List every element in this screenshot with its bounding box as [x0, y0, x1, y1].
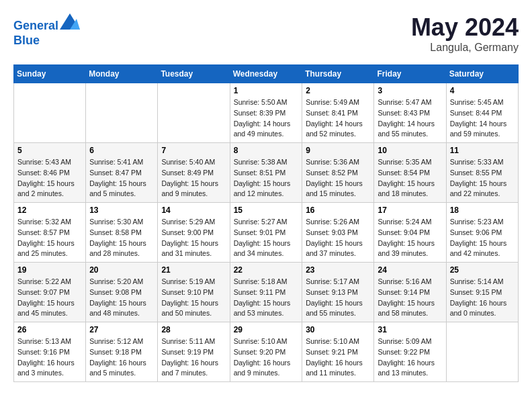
- day-number: 26: [17, 325, 82, 334]
- day-number: 11: [450, 146, 515, 155]
- logo-blue: Blue: [13, 34, 40, 47]
- day-info: Sunrise: 5:16 AMSunset: 9:14 PMDaylight:…: [378, 277, 442, 319]
- calendar-cell: 3Sunrise: 5:47 AMSunset: 8:43 PMDaylight…: [374, 83, 446, 143]
- calendar-week-row: 5Sunrise: 5:43 AMSunset: 8:46 PMDaylight…: [14, 143, 519, 203]
- day-info: Sunrise: 5:49 AMSunset: 8:41 PMDaylight:…: [306, 97, 370, 140]
- day-info: Sunrise: 5:10 AMSunset: 9:21 PMDaylight:…: [306, 336, 370, 379]
- calendar-cell: 22Sunrise: 5:18 AMSunset: 9:11 PMDayligh…: [230, 263, 302, 322]
- day-number: 16: [306, 205, 370, 215]
- calendar-cell: 29Sunrise: 5:10 AMSunset: 9:20 PMDayligh…: [230, 322, 302, 382]
- weekday-header: Wednesday: [230, 65, 302, 83]
- day-number: 30: [306, 325, 370, 334]
- weekday-header-row: SundayMondayTuesdayWednesdayThursdayFrid…: [14, 65, 519, 83]
- calendar-cell: 2Sunrise: 5:49 AMSunset: 8:41 PMDaylight…: [302, 83, 374, 143]
- day-info: Sunrise: 5:35 AMSunset: 8:54 PMDaylight:…: [378, 157, 442, 199]
- location: Langula, Germany: [411, 42, 519, 54]
- logo-icon: [60, 13, 80, 30]
- day-number: 12: [17, 205, 82, 215]
- day-info: Sunrise: 5:12 AMSunset: 9:18 PMDaylight:…: [89, 336, 154, 379]
- day-number: 2: [306, 86, 370, 95]
- page-header: General Blue May 2024 Langula, Germany: [13, 13, 519, 54]
- calendar-cell: 4Sunrise: 5:45 AMSunset: 8:44 PMDaylight…: [446, 83, 518, 143]
- day-number: 21: [161, 265, 226, 275]
- day-number: 19: [17, 265, 82, 275]
- weekday-header: Thursday: [302, 65, 374, 83]
- calendar-cell: 5Sunrise: 5:43 AMSunset: 8:46 PMDaylight…: [14, 143, 86, 203]
- day-number: 5: [17, 146, 82, 155]
- calendar-cell: 20Sunrise: 5:20 AMSunset: 9:08 PMDayligh…: [86, 263, 158, 322]
- day-info: Sunrise: 5:40 AMSunset: 8:49 PMDaylight:…: [161, 157, 226, 199]
- weekday-header: Monday: [86, 65, 158, 83]
- day-number: 1: [234, 86, 299, 95]
- day-info: Sunrise: 5:23 AMSunset: 9:06 PMDaylight:…: [450, 217, 515, 259]
- weekday-header: Tuesday: [158, 65, 230, 83]
- day-info: Sunrise: 5:45 AMSunset: 8:44 PMDaylight:…: [450, 97, 515, 140]
- day-info: Sunrise: 5:30 AMSunset: 8:58 PMDaylight:…: [89, 217, 154, 259]
- weekday-header: Sunday: [14, 65, 86, 83]
- day-info: Sunrise: 5:19 AMSunset: 9:10 PMDaylight:…: [161, 277, 226, 319]
- logo-text: General Blue: [13, 13, 80, 48]
- calendar-cell: 23Sunrise: 5:17 AMSunset: 9:13 PMDayligh…: [302, 263, 374, 322]
- calendar-cell: 31Sunrise: 5:09 AMSunset: 9:22 PMDayligh…: [374, 322, 446, 382]
- day-number: 28: [161, 325, 226, 334]
- day-info: Sunrise: 5:32 AMSunset: 8:57 PMDaylight:…: [17, 217, 82, 259]
- day-info: Sunrise: 5:27 AMSunset: 9:01 PMDaylight:…: [234, 217, 299, 259]
- calendar-week-row: 1Sunrise: 5:50 AMSunset: 8:39 PMDaylight…: [14, 83, 519, 143]
- day-number: 9: [306, 146, 370, 155]
- day-number: 10: [378, 146, 442, 155]
- calendar-week-row: 19Sunrise: 5:22 AMSunset: 9:07 PMDayligh…: [14, 263, 519, 322]
- day-info: Sunrise: 5:26 AMSunset: 9:03 PMDaylight:…: [306, 217, 370, 259]
- day-number: 7: [161, 146, 226, 155]
- calendar-table: SundayMondayTuesdayWednesdayThursdayFrid…: [13, 64, 519, 382]
- day-info: Sunrise: 5:14 AMSunset: 9:15 PMDaylight:…: [450, 277, 515, 319]
- calendar-cell: 18Sunrise: 5:23 AMSunset: 9:06 PMDayligh…: [446, 203, 518, 263]
- calendar-cell: 7Sunrise: 5:40 AMSunset: 8:49 PMDaylight…: [158, 143, 230, 203]
- day-info: Sunrise: 5:29 AMSunset: 9:00 PMDaylight:…: [161, 217, 226, 259]
- day-number: 3: [378, 86, 442, 95]
- calendar-cell: 13Sunrise: 5:30 AMSunset: 8:58 PMDayligh…: [86, 203, 158, 263]
- day-number: 22: [234, 265, 299, 275]
- day-number: 13: [89, 205, 154, 215]
- calendar-cell: 6Sunrise: 5:41 AMSunset: 8:47 PMDaylight…: [86, 143, 158, 203]
- weekday-header: Saturday: [446, 65, 518, 83]
- day-number: 31: [378, 325, 442, 334]
- title-block: May 2024 Langula, Germany: [411, 13, 519, 54]
- day-info: Sunrise: 5:43 AMSunset: 8:46 PMDaylight:…: [17, 157, 82, 199]
- calendar-cell: [14, 83, 86, 143]
- day-info: Sunrise: 5:11 AMSunset: 9:19 PMDaylight:…: [161, 336, 226, 379]
- day-info: Sunrise: 5:50 AMSunset: 8:39 PMDaylight:…: [234, 97, 299, 140]
- day-info: Sunrise: 5:13 AMSunset: 9:16 PMDaylight:…: [17, 336, 82, 379]
- day-info: Sunrise: 5:09 AMSunset: 9:22 PMDaylight:…: [378, 336, 442, 379]
- calendar-cell: 24Sunrise: 5:16 AMSunset: 9:14 PMDayligh…: [374, 263, 446, 322]
- calendar-cell: 25Sunrise: 5:14 AMSunset: 9:15 PMDayligh…: [446, 263, 518, 322]
- calendar-cell: 10Sunrise: 5:35 AMSunset: 8:54 PMDayligh…: [374, 143, 446, 203]
- month-title: May 2024: [411, 13, 519, 42]
- calendar-cell: [86, 83, 158, 143]
- calendar-cell: 15Sunrise: 5:27 AMSunset: 9:01 PMDayligh…: [230, 203, 302, 263]
- weekday-header: Friday: [374, 65, 446, 83]
- day-info: Sunrise: 5:33 AMSunset: 8:55 PMDaylight:…: [450, 157, 515, 199]
- day-info: Sunrise: 5:22 AMSunset: 9:07 PMDaylight:…: [17, 277, 82, 319]
- day-number: 4: [450, 86, 515, 95]
- day-number: 18: [450, 205, 515, 215]
- calendar-cell: 8Sunrise: 5:38 AMSunset: 8:51 PMDaylight…: [230, 143, 302, 203]
- day-info: Sunrise: 5:10 AMSunset: 9:20 PMDaylight:…: [234, 336, 299, 379]
- day-number: 20: [89, 265, 154, 275]
- calendar-cell: 12Sunrise: 5:32 AMSunset: 8:57 PMDayligh…: [14, 203, 86, 263]
- calendar-week-row: 12Sunrise: 5:32 AMSunset: 8:57 PMDayligh…: [14, 203, 519, 263]
- day-number: 29: [234, 325, 299, 334]
- day-number: 15: [234, 205, 299, 215]
- calendar-cell: 14Sunrise: 5:29 AMSunset: 9:00 PMDayligh…: [158, 203, 230, 263]
- day-info: Sunrise: 5:17 AMSunset: 9:13 PMDaylight:…: [306, 277, 370, 319]
- calendar-cell: 30Sunrise: 5:10 AMSunset: 9:21 PMDayligh…: [302, 322, 374, 382]
- calendar-cell: 11Sunrise: 5:33 AMSunset: 8:55 PMDayligh…: [446, 143, 518, 203]
- day-info: Sunrise: 5:38 AMSunset: 8:51 PMDaylight:…: [234, 157, 299, 199]
- calendar-cell: 16Sunrise: 5:26 AMSunset: 9:03 PMDayligh…: [302, 203, 374, 263]
- calendar-cell: 28Sunrise: 5:11 AMSunset: 9:19 PMDayligh…: [158, 322, 230, 382]
- day-number: 23: [306, 265, 370, 275]
- calendar-cell: [158, 83, 230, 143]
- day-info: Sunrise: 5:41 AMSunset: 8:47 PMDaylight:…: [89, 157, 154, 199]
- day-number: 27: [89, 325, 154, 334]
- day-info: Sunrise: 5:47 AMSunset: 8:43 PMDaylight:…: [378, 97, 442, 140]
- calendar-cell: 17Sunrise: 5:24 AMSunset: 9:04 PMDayligh…: [374, 203, 446, 263]
